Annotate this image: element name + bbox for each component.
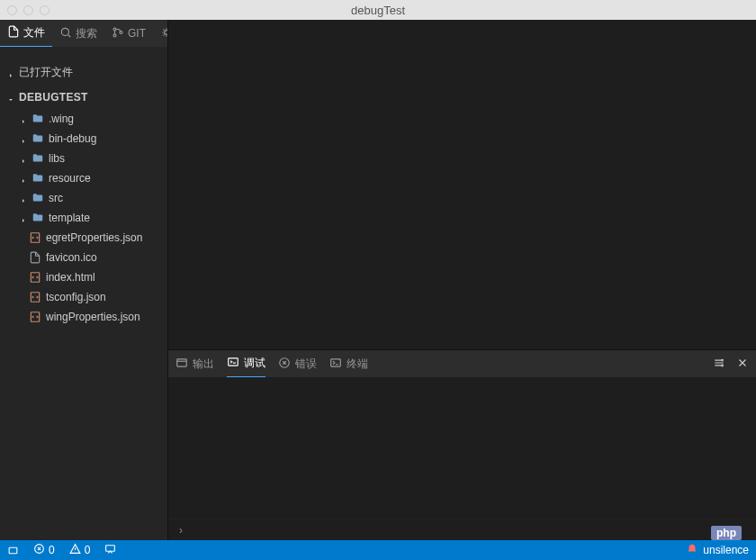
php-tag: php xyxy=(711,526,742,540)
code-file-icon xyxy=(29,291,41,303)
status-feedback[interactable] xyxy=(97,540,123,560)
tree-folder-label: libs xyxy=(49,152,65,165)
tab-search[interactable]: 搜索 xyxy=(52,20,104,47)
panel-tab-debug-label: 调试 xyxy=(244,356,266,371)
tab-debug[interactable]: 调试 xyxy=(153,20,167,47)
section-open-files-label: 已打开文件 xyxy=(19,65,73,80)
status-remote[interactable] xyxy=(0,540,26,560)
tree-folder-label: resource xyxy=(49,172,91,185)
terminal-icon xyxy=(329,357,342,372)
panel-tab-debug[interactable]: 调试 xyxy=(227,350,266,377)
chevron-right-icon xyxy=(7,69,14,77)
panel-tab-errors-label: 错误 xyxy=(295,357,317,372)
git-icon xyxy=(112,26,124,41)
svg-rect-11 xyxy=(229,358,238,366)
status-right: unsilence xyxy=(687,544,756,557)
svg-point-14 xyxy=(722,359,724,361)
main-area: 文件 搜索 GIT 调试 已打开文件 DEBUGTEST .wingbi xyxy=(0,20,756,540)
panel-tab-errors[interactable]: 错误 xyxy=(278,350,317,377)
tree-file[interactable]: tsconfig.json xyxy=(0,287,167,307)
svg-point-2 xyxy=(113,28,116,31)
tree-folder-label: bin-debug xyxy=(49,132,96,145)
folder-icon xyxy=(32,113,44,125)
status-warning-icon xyxy=(69,543,81,557)
svg-rect-10 xyxy=(177,358,187,366)
bell-icon[interactable] xyxy=(687,544,698,557)
code-file-icon xyxy=(29,231,41,244)
tree-folder[interactable]: bin-debug xyxy=(0,129,167,149)
svg-line-1 xyxy=(68,34,71,37)
svg-point-3 xyxy=(113,34,116,37)
tree-folder[interactable]: src xyxy=(0,188,167,208)
panel-tab-terminal[interactable]: 终端 xyxy=(329,350,368,377)
code-file-icon xyxy=(29,311,41,323)
editor-area[interactable] xyxy=(168,20,756,349)
svg-rect-16 xyxy=(9,547,17,554)
chevron-down-icon xyxy=(7,94,14,101)
tree-file-label: index.html xyxy=(46,271,95,284)
folder-icon xyxy=(32,152,44,165)
sidebar-tabs: 文件 搜索 GIT 调试 xyxy=(0,20,167,47)
panel-settings-icon[interactable] xyxy=(713,357,725,372)
bottom-panel: 输出 调试 错误 终端 xyxy=(168,349,756,540)
chevron-right-icon xyxy=(20,135,27,142)
code-file-icon xyxy=(29,271,41,284)
tree-folder[interactable]: template xyxy=(0,208,167,228)
status-errors[interactable]: 0 xyxy=(26,540,62,560)
chevron-right-icon xyxy=(20,155,27,162)
tree-file[interactable]: favicon.ico xyxy=(0,248,167,267)
tab-search-label: 搜索 xyxy=(76,26,97,41)
panel-actions xyxy=(713,357,749,372)
folder-icon xyxy=(32,192,44,204)
svg-point-4 xyxy=(120,31,122,33)
panel-close-icon[interactable] xyxy=(736,357,749,372)
status-errors-count: 0 xyxy=(49,544,55,556)
file-icon xyxy=(29,251,41,264)
status-warnings-count: 0 xyxy=(85,544,91,556)
tree-folder-label: template xyxy=(49,212,90,224)
svg-rect-13 xyxy=(331,358,341,366)
panel-body xyxy=(168,377,756,519)
debug-console-icon xyxy=(227,356,239,371)
panel-tabs: 输出 调试 错误 终端 xyxy=(168,350,756,377)
chevron-right-icon xyxy=(20,175,27,182)
tree-file-label: tsconfig.json xyxy=(46,291,106,303)
tree-folder[interactable]: .wing xyxy=(0,109,167,129)
tree-file[interactable]: egretProperties.json xyxy=(0,228,167,248)
section-open-files[interactable]: 已打开文件 xyxy=(0,59,167,86)
folder-icon xyxy=(32,172,44,185)
tree-file[interactable]: wingProperties.json xyxy=(0,307,167,327)
tree-file[interactable]: index.html xyxy=(0,267,167,287)
tab-git[interactable]: GIT xyxy=(104,20,153,47)
window-title: debugTest xyxy=(0,4,756,17)
panel-tab-output[interactable]: 输出 xyxy=(176,350,214,377)
status-bar: 0 0 unsilence xyxy=(0,540,756,560)
tree-folder[interactable]: libs xyxy=(0,149,167,168)
section-project[interactable]: DEBUGTEST xyxy=(0,86,167,109)
bug-icon xyxy=(160,26,167,41)
status-right-text: unsilence xyxy=(703,544,749,556)
output-icon xyxy=(176,357,188,372)
folder-icon xyxy=(32,132,44,145)
editor-group: 输出 调试 错误 终端 xyxy=(167,20,756,540)
error-icon xyxy=(278,357,291,372)
debug-console-prompt: › xyxy=(179,524,183,537)
svg-point-0 xyxy=(61,28,68,35)
tree-folder-label: src xyxy=(49,192,63,204)
tree-file-label: wingProperties.json xyxy=(46,311,140,323)
chevron-right-icon xyxy=(20,115,27,122)
tree-folder[interactable]: resource xyxy=(0,168,167,188)
debug-console-input[interactable]: › xyxy=(168,519,756,540)
tab-files[interactable]: 文件 xyxy=(0,20,52,47)
file-tree: .wingbin-debuglibsresourcesrctemplateegr… xyxy=(0,109,167,327)
titlebar: debugTest xyxy=(0,0,756,20)
status-error-icon xyxy=(33,543,45,557)
tree-folder-label: .wing xyxy=(49,113,74,125)
tree-file-label: egretProperties.json xyxy=(46,231,142,244)
chevron-right-icon xyxy=(20,214,27,221)
chevron-right-icon xyxy=(20,194,27,202)
tab-files-label: 文件 xyxy=(23,25,45,41)
tab-git-label: GIT xyxy=(128,27,146,40)
status-warnings[interactable]: 0 xyxy=(62,540,98,560)
tree-file-label: favicon.ico xyxy=(46,251,97,264)
